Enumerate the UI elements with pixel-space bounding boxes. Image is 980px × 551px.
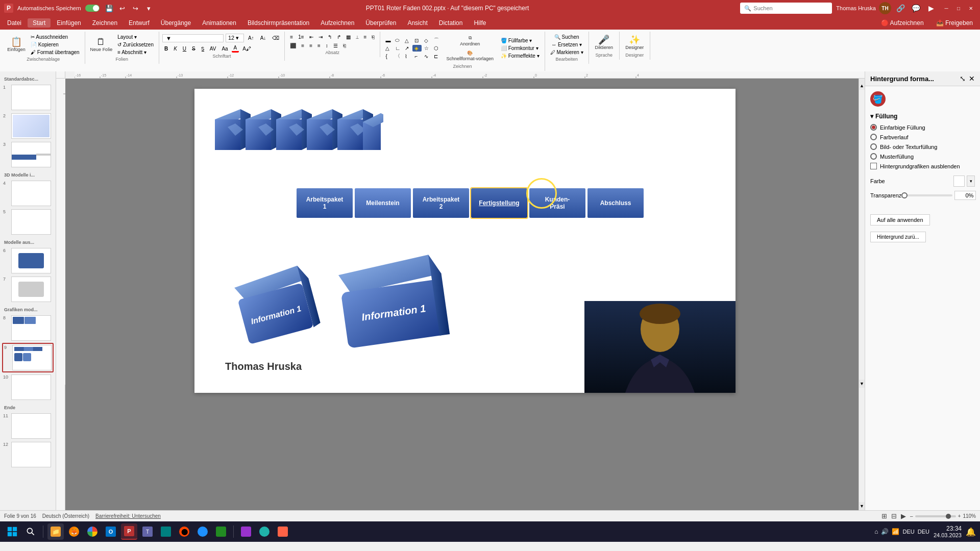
slider-thumb[interactable] <box>901 192 908 198</box>
shape17-btn[interactable]: ∿ <box>422 52 431 60</box>
aufzeichnen-btn[interactable]: 🔴 Aufzeichnen <box>876 18 929 28</box>
more-btn[interactable]: ▾ <box>143 3 155 14</box>
columns-btn[interactable]: ▦ <box>344 34 353 40</box>
taskbar-teams[interactable]: T <box>139 523 156 540</box>
font-family-selector[interactable]: ▼ <box>162 34 224 42</box>
shape16-btn[interactable]: ⌐ <box>412 52 422 60</box>
slide-thumb-3[interactable]: 3 <box>2 141 54 168</box>
option-bild[interactable]: Bild- oder Texturfüllung <box>870 143 975 150</box>
formeffekte-btn[interactable]: ✨ Formeffekte ▾ <box>499 53 542 59</box>
panel-scroll-up[interactable]: ▲ <box>859 82 865 90</box>
fuellfarbe-btn[interactable]: 🪣 Füllfarbe ▾ <box>499 37 542 44</box>
markieren-btn[interactable]: 🖊 Markieren ▾ <box>548 49 585 56</box>
search-input[interactable] <box>753 5 825 11</box>
kopieren-btn[interactable]: 📄 Kopieren <box>29 41 82 48</box>
option-hintergrund[interactable]: Hintergrundgrafiken ausblenden <box>870 163 975 169</box>
freigeben-btn[interactable]: 📤 Freigeben <box>931 18 978 28</box>
menu-entwurf[interactable]: Entwurf <box>124 18 155 28</box>
slide-thumb-11[interactable]: 11 <box>2 412 54 440</box>
slide-thumb-6[interactable]: 6 <box>2 247 54 274</box>
font-color-btn[interactable]: A <box>232 44 239 53</box>
font-case-btn[interactable]: Aa <box>219 45 230 52</box>
menu-aufzeichnen[interactable]: Aufzeichnen <box>315 18 359 28</box>
suchen-btn[interactable]: 🔍 Suchen <box>552 34 581 40</box>
slide-thumb-8[interactable]: 8 <box>2 314 54 342</box>
taskbar-outlook[interactable]: O <box>103 523 119 540</box>
farbe-value[interactable]: ▾ <box>953 176 975 187</box>
slide-thumb-5[interactable]: 5 <box>2 208 54 236</box>
slide-thumb-7[interactable]: 7 <box>2 276 54 303</box>
panel-scroll-down[interactable]: ▼ <box>859 380 865 388</box>
slide-thumb-9[interactable]: 9 <box>2 343 54 372</box>
shape11-btn[interactable]: ☆ <box>422 45 431 52</box>
close-btn[interactable]: ✕ <box>966 4 976 12</box>
shape3-btn[interactable]: △ <box>403 36 412 44</box>
rtl-btn[interactable]: ↰ <box>326 34 334 40</box>
taskbar-firefox[interactable]: 🦊 <box>66 523 82 540</box>
canvas-area[interactable]: Arbeitspaket1 Meilenstein Arbeitspaket2 … <box>65 79 865 510</box>
search-box[interactable]: 🔍 <box>740 3 832 14</box>
oval-btn[interactable]: ⬭ <box>393 36 402 44</box>
shape18-btn[interactable]: ⊏ <box>432 52 441 60</box>
save-btn[interactable]: 💾 <box>104 3 115 14</box>
bullets-btn[interactable]: ≡ <box>288 34 295 40</box>
shape10-btn[interactable]: ◈ <box>412 45 422 52</box>
section-fuellung[interactable]: ▾ Füllung <box>870 113 975 120</box>
char-spacing-btn[interactable]: AV <box>208 45 218 52</box>
align-center-btn[interactable]: ≡ <box>299 42 306 49</box>
schnellformat-btn[interactable]: 🎨 Schnellformat-vorlagen <box>444 49 496 63</box>
neue-folie-btn[interactable]: 🗒 Neue Folie <box>88 36 115 54</box>
menu-start[interactable]: Start <box>28 18 51 28</box>
shape13-btn[interactable]: { <box>383 52 393 60</box>
reset-bg-btn[interactable]: Hintergrund zurü... <box>870 232 926 242</box>
transparenz-slider[interactable] <box>901 194 952 196</box>
taskbar-app8[interactable]: ⬤ <box>176 523 192 540</box>
menu-datei[interactable]: Datei <box>2 18 27 28</box>
zoom-slider[interactable] <box>915 515 956 517</box>
numbered-btn[interactable]: 1≡ <box>296 34 306 40</box>
taskbar-powerpoint[interactable]: P <box>121 523 137 540</box>
shape12-btn[interactable]: ⬡ <box>432 45 441 52</box>
increase-indent-btn[interactable]: ⇥ <box>316 34 325 40</box>
apply-all-btn[interactable]: Auf alle anwenden <box>870 214 930 226</box>
tray-icon-2[interactable]: 🔊 <box>881 528 889 535</box>
tray-icon-1[interactable]: ⌂ <box>874 528 878 535</box>
maximize-btn[interactable]: □ <box>953 4 964 12</box>
minimize-btn[interactable]: ─ <box>941 4 951 12</box>
slide-thumb-2[interactable]: 2 <box>2 112 54 140</box>
notification-btn[interactable]: 🔔 <box>966 527 976 537</box>
option-farbverlauf[interactable]: Farbverlauf <box>870 134 975 140</box>
menu-bildschirm[interactable]: Bildschirmpräsentation <box>242 18 314 28</box>
shape14-btn[interactable]: 〈 <box>393 52 402 60</box>
align-right-btn[interactable]: ≡ <box>307 42 314 49</box>
ltr-btn[interactable]: ↱ <box>335 34 343 40</box>
accessibility-info[interactable]: Barrierefreiheit: Untersuchen <box>95 513 161 519</box>
smartart2-btn[interactable]: ⎗ <box>341 42 348 49</box>
diktieren-btn[interactable]: 🎤 Diktieren <box>593 34 615 52</box>
share-icon[interactable]: 🔗 <box>895 3 906 14</box>
shape8-btn[interactable]: ∟ <box>393 45 402 52</box>
panel-scrollbar[interactable]: ▲ ▼ <box>859 82 865 388</box>
slide-thumb-12[interactable]: 12 <box>2 441 54 468</box>
color-dropdown-btn[interactable]: ▾ <box>967 176 975 187</box>
slide-thumb-10[interactable]: 10 <box>2 373 54 401</box>
menu-ansicht[interactable]: Ansicht <box>402 18 432 28</box>
font-size-selector[interactable]: 12 ▾ <box>226 34 244 42</box>
menu-uebergaenge[interactable]: Übergänge <box>156 18 196 28</box>
bold-btn[interactable]: B <box>162 45 170 52</box>
zoom-out-btn[interactable]: – <box>910 513 913 519</box>
menu-hilfe[interactable]: Hilfe <box>469 18 491 28</box>
underline-btn[interactable]: U <box>181 45 188 52</box>
menu-dictation[interactable]: Dictation <box>434 18 468 28</box>
autosave-toggle[interactable] <box>85 5 100 12</box>
taskbar-chrome[interactable] <box>84 523 101 540</box>
panel-close-btn[interactable]: ✕ <box>969 74 975 83</box>
shadow-btn[interactable]: S̲ <box>199 45 206 52</box>
transparenz-input[interactable] <box>954 191 976 200</box>
clock[interactable]: 23:34 24.03.2023 <box>934 525 962 538</box>
clear-format-btn[interactable]: ⌫ <box>270 35 281 41</box>
option-einfarbig[interactable]: Einfarbige Füllung <box>870 124 975 131</box>
taskbar-explorer[interactable]: 📁 <box>47 523 64 540</box>
strikethrough-btn[interactable]: S <box>190 45 198 52</box>
align-text-btn[interactable]: ☰ <box>331 42 340 49</box>
